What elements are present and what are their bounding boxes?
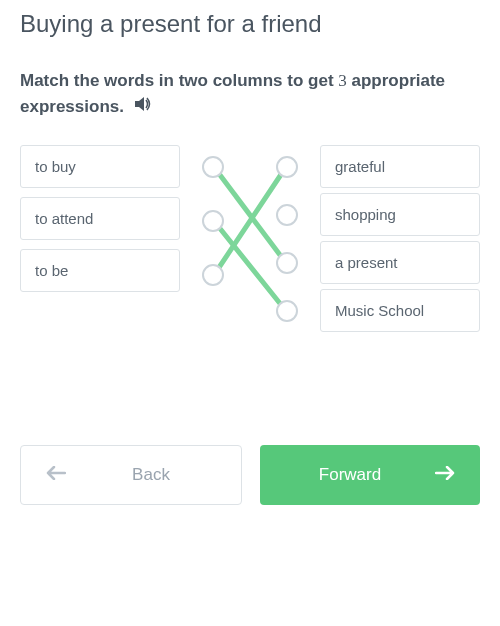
right-column: grateful shopping a present Music School	[320, 145, 480, 341]
arrow-right-icon	[435, 465, 455, 485]
right-connector-0[interactable]	[276, 156, 298, 178]
right-connector-2[interactable]	[276, 252, 298, 274]
right-word-0[interactable]: grateful	[320, 145, 480, 188]
instruction-text: Match the words in two columns to get 3 …	[20, 68, 480, 120]
left-word-0[interactable]: to buy	[20, 145, 180, 188]
right-connector-3[interactable]	[276, 300, 298, 322]
left-connector-2[interactable]	[202, 264, 224, 286]
svg-line-1	[214, 221, 286, 311]
right-word-3[interactable]: Music School	[320, 289, 480, 332]
connection-lines	[182, 145, 318, 355]
left-word-1[interactable]: to attend	[20, 197, 180, 240]
nav-buttons: Back Forward	[20, 445, 480, 505]
right-connector-1[interactable]	[276, 204, 298, 226]
left-connector-0[interactable]	[202, 156, 224, 178]
arrow-left-icon	[46, 465, 66, 485]
instruction-prefix: Match the words in two columns to get	[20, 71, 338, 90]
left-connector-1[interactable]	[202, 210, 224, 232]
left-word-2[interactable]: to be	[20, 249, 180, 292]
forward-button[interactable]: Forward	[260, 445, 480, 505]
right-word-1[interactable]: shopping	[320, 193, 480, 236]
sound-icon[interactable]	[134, 94, 152, 120]
right-word-2[interactable]: a present	[320, 241, 480, 284]
forward-label: Forward	[319, 465, 381, 485]
instruction-count: 3	[338, 71, 347, 90]
page-title: Buying a present for a friend	[20, 10, 480, 38]
back-button[interactable]: Back	[20, 445, 242, 505]
left-column: to buy to attend to be	[20, 145, 180, 301]
match-area: to buy to attend to be grateful shopping…	[20, 145, 480, 355]
connector-area	[182, 145, 318, 355]
svg-line-2	[214, 167, 286, 275]
back-label: Back	[132, 465, 170, 485]
